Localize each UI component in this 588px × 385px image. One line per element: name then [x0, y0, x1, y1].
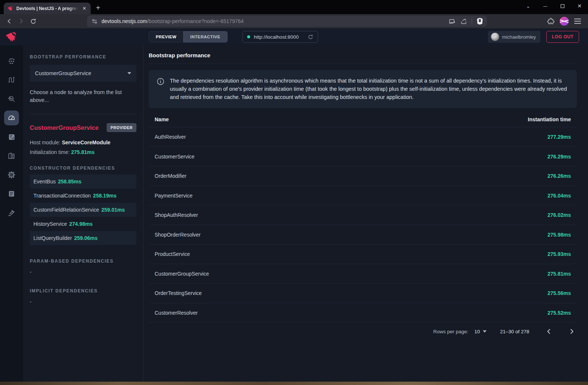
target-url-chip[interactable]: http://localhost:8000	[242, 31, 318, 43]
refresh-target-icon[interactable]	[308, 34, 313, 40]
table-row[interactable]: CustomerGroupService275.81ms	[149, 264, 577, 284]
row-name: OrderModifier	[155, 173, 187, 179]
sidebar-item-build-icon[interactable]	[4, 205, 19, 220]
send-to-device-icon[interactable]	[449, 18, 456, 25]
toolbar-right	[547, 17, 584, 26]
implicit-deps-value: -	[30, 299, 136, 305]
sidebar-item-flow-icon[interactable]	[4, 73, 19, 87]
desktop-wallpaper-edge	[0, 382, 588, 385]
dependency-item[interactable]: EventBus258.85ms	[30, 174, 136, 189]
panel-divider	[30, 114, 136, 114]
dependency-item[interactable]: HistoryService274.98ms	[30, 217, 136, 231]
nestjs-logo-icon[interactable]	[0, 31, 23, 43]
close-window-icon[interactable]: ✕	[571, 0, 588, 12]
share-icon[interactable]	[460, 18, 467, 25]
nestjs-favicon-icon	[7, 6, 13, 12]
table-row[interactable]: CustomerService276.29ms	[149, 147, 577, 167]
sidebar-item-audit-icon[interactable]	[4, 129, 19, 144]
sidebar-item-scan-icon[interactable]	[4, 92, 19, 106]
table-row[interactable]: ShopAuthResolver276.02ms	[149, 205, 577, 225]
table-row[interactable]: OrderModifier276.26ms	[149, 166, 577, 186]
url-bar[interactable]: devtools.nestjs.com/bootstrap-performanc…	[87, 16, 487, 27]
left-panel: BOOTSTRAP PERFORMANCE CustomerGroupServi…	[23, 45, 143, 382]
chevron-down-icon	[483, 330, 487, 333]
browser-tab[interactable]: Devtools | NestJS - A progressive ✕	[4, 3, 91, 14]
row-name: ProductService	[155, 251, 190, 257]
row-instantiation-time: 276.26ms	[547, 173, 571, 179]
table-row[interactable]: OrderTestingService275.56ms	[149, 283, 577, 303]
dependency-name: ListQueryBuilder	[33, 235, 72, 241]
row-name: ShopAuthResolver	[155, 212, 198, 218]
rows-per-page-label: Rows per page:	[433, 329, 469, 334]
param-deps-title: PARAM-BASED DEPENDENCIES	[30, 259, 136, 264]
rows-per-page-select[interactable]: 10	[474, 329, 487, 334]
interactive-button[interactable]: INTERACTIVE	[183, 31, 227, 42]
browser-profile-avatar[interactable]	[560, 17, 569, 26]
info-box: The dependencies resolution algorithm is…	[149, 70, 577, 108]
sidebar-item-gauge-icon[interactable]	[4, 110, 19, 125]
urlbar-actions	[449, 17, 483, 25]
sidebar-item-docs-icon[interactable]	[4, 186, 19, 201]
dependency-time: 274.98ms	[69, 221, 93, 227]
table-row[interactable]: ProductService275.93ms	[149, 244, 577, 264]
reload-icon[interactable]	[28, 16, 39, 27]
prev-page-button[interactable]	[544, 327, 553, 336]
logout-button[interactable]: LOG OUT	[546, 31, 579, 43]
row-instantiation-time: 275.52ms	[547, 310, 571, 316]
info-text: The dependencies resolution algorithm is…	[170, 77, 569, 101]
constructor-deps-list: EventBus258.85msTransactionalConnection2…	[30, 174, 136, 245]
row-instantiation-time: 276.02ms	[547, 212, 571, 218]
toolbar-divider	[472, 18, 472, 24]
dependency-name: EventBus	[33, 179, 56, 185]
row-name: PaymentService	[155, 193, 193, 199]
sidebar-item-graph-icon[interactable]	[4, 54, 19, 68]
selected-node-name: CustomerGroupService	[30, 124, 98, 131]
table-row[interactable]: AuthResolver277.29ms	[149, 127, 577, 147]
page-title: Bootstrap performance	[149, 45, 577, 64]
table-row[interactable]: ShopOrderResolver275.98ms	[149, 225, 577, 245]
new-tab-button[interactable]: +	[96, 4, 100, 12]
row-instantiation-time: 275.56ms	[547, 290, 571, 296]
dependency-item[interactable]: ListQueryBuilder259.06ms	[30, 231, 136, 245]
chevron-down-icon	[127, 72, 131, 74]
window-controls: ⌄ — ✕	[520, 0, 588, 12]
main-content: Bootstrap performance The dependencies r…	[143, 45, 588, 382]
dependency-name: CustomFieldRelationService	[33, 207, 99, 213]
minimize-icon[interactable]: —	[537, 0, 554, 12]
target-url: http://localhost:8000	[254, 34, 299, 40]
browser-window: Devtools | NestJS - A progressive ✕ + ⌄ …	[0, 0, 588, 385]
dependency-time: 258.19ms	[93, 193, 116, 199]
preview-button[interactable]: PREVIEW	[149, 31, 183, 42]
dependency-item[interactable]: TransactionalConnection258.19ms	[30, 189, 136, 203]
back-icon[interactable]	[4, 16, 15, 27]
row-instantiation-time: 276.29ms	[547, 154, 571, 160]
app-sidebar	[0, 45, 23, 382]
init-time-row: Initialization time: 275.81ms	[30, 149, 136, 155]
row-instantiation-time: 277.29ms	[547, 134, 571, 140]
tab-search-icon[interactable]: ⌄	[520, 0, 537, 12]
row-name: AuthResolver	[155, 134, 186, 140]
tab-close-icon[interactable]: ✕	[81, 5, 88, 12]
dependency-time: 259.06ms	[74, 235, 98, 241]
table-row[interactable]: PaymentService276.04ms	[149, 186, 577, 206]
forward-icon[interactable]	[16, 16, 27, 27]
node-select-value: CustomerGroupService	[35, 70, 91, 76]
next-page-button[interactable]	[567, 327, 576, 336]
node-select[interactable]: CustomerGroupService	[30, 65, 136, 82]
site-settings-icon[interactable]	[91, 18, 98, 25]
sidebar-item-settings-icon[interactable]	[4, 167, 19, 182]
menu-icon[interactable]	[574, 18, 581, 24]
brave-shield-icon[interactable]	[476, 17, 483, 25]
user-chip[interactable]: michaelbromley	[488, 31, 540, 43]
dependency-item[interactable]: CustomFieldRelationService259.01ms	[30, 203, 136, 217]
maximize-icon[interactable]	[554, 0, 571, 12]
host-module-value: ServiceCoreModule	[62, 139, 110, 145]
sidebar-item-modules-icon[interactable]	[4, 148, 19, 163]
row-instantiation-time: 276.04ms	[547, 193, 571, 199]
col-name: Name	[155, 116, 169, 122]
implicit-deps-title: IMPLICIT DEPENDENCIES	[30, 288, 136, 293]
connection-status-dot	[247, 35, 250, 38]
table-row[interactable]: CustomerResolver275.52ms	[149, 303, 577, 323]
url-text[interactable]: devtools.nestjs.com/bootstrap-performanc…	[101, 18, 445, 24]
extensions-icon[interactable]	[547, 17, 555, 25]
